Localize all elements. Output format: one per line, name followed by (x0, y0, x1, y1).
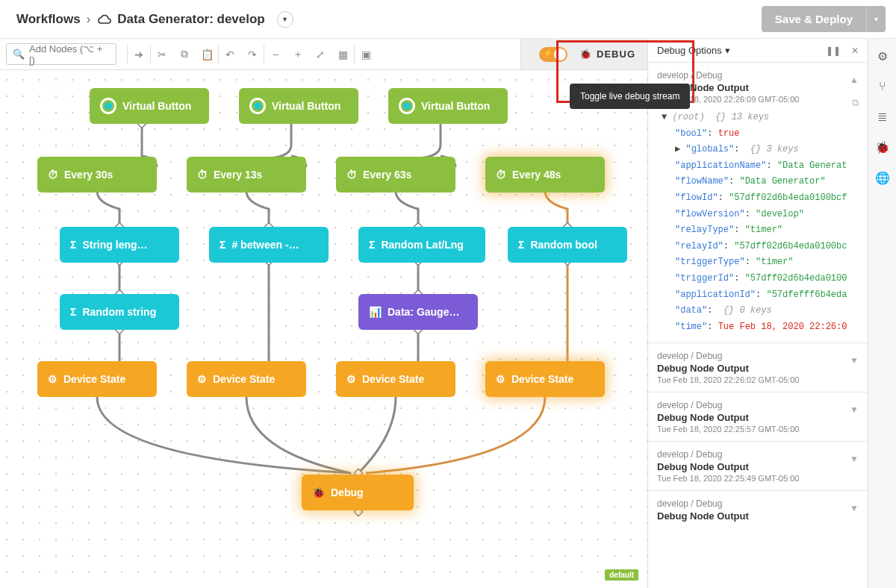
cut-icon[interactable]: ✂ (151, 39, 173, 69)
debug-entry[interactable]: develop / Debug Debug Node Output Tue Fe… (648, 343, 868, 392)
zoom-out-icon[interactable]: − (264, 39, 287, 69)
debug-tooltip: Toggle live debug stream (570, 84, 690, 109)
debug-label[interactable]: 🐞 DEBUG (579, 49, 635, 60)
node-virtual-button-2[interactable]: Virtual Button (239, 88, 358, 124)
node-data-gauge[interactable]: 📊Data: Gauge… (358, 294, 478, 330)
right-rail: ⚙ ⑂ ≣ 🐞 🌐 (868, 39, 896, 588)
breadcrumb-separator: › (87, 12, 91, 27)
node-string-length[interactable]: ΣString leng… (60, 227, 179, 263)
fit-icon[interactable]: ⤢ (309, 39, 332, 69)
debug-entry[interactable]: develop / Debug Debug Node Output Tue Fe… (648, 392, 868, 442)
debug-panel: Debug Options ▾ ❚❚ ✕ develop / Debug Deb… (647, 39, 868, 588)
node-random-bool[interactable]: ΣRandom bool (508, 227, 627, 263)
sigma-icon: Σ (369, 239, 375, 251)
timer-icon: ⏱ (197, 169, 208, 181)
chevron-down-icon: ▾ (725, 45, 730, 56)
json-tree[interactable]: ▼ (root) {} 13 keys "bool": true ▶ "glob… (657, 110, 859, 335)
node-device-state-2[interactable]: ⚙Device State (187, 361, 306, 397)
collapse-icon[interactable]: ▲ (850, 75, 859, 85)
debug-entry[interactable]: develop / Debug Debug Node Output ▼ (648, 491, 868, 529)
gear-icon: ⚙ (48, 373, 57, 385)
add-nodes-input[interactable]: 🔍 Add Nodes (⌥ + [) (6, 43, 116, 65)
close-icon[interactable]: ✕ (851, 46, 859, 56)
gear-icon[interactable]: ⚙ (877, 49, 888, 63)
save-deploy-button[interactable]: Save & Deploy (762, 6, 866, 32)
database-icon[interactable]: ≣ (877, 110, 887, 124)
node-number-between[interactable]: Σ# between -… (209, 227, 329, 263)
expand-icon[interactable]: ▼ (850, 355, 859, 366)
gear-icon: ⚙ (496, 373, 505, 385)
node-device-state-3[interactable]: ⚙Device State (336, 361, 455, 397)
expand-icon[interactable]: ▼ (850, 454, 859, 464)
bug-icon: 🐞 (579, 49, 592, 60)
debug-toggle[interactable]: ⚡ (539, 47, 567, 62)
debug-toggle-area: ⚡ 🐞 DEBUG (520, 39, 647, 69)
sigma-icon: Σ (220, 239, 225, 251)
node-timer-13s[interactable]: ⏱Every 13s (187, 157, 306, 193)
breadcrumb-root[interactable]: Workflows (16, 12, 81, 27)
expand-icon[interactable]: ▼ (850, 503, 859, 513)
sigma-icon: Σ (518, 239, 524, 251)
timer-icon: ⏱ (48, 169, 58, 181)
timer-icon: ⏱ (346, 169, 357, 181)
run-icon[interactable]: ➔ (128, 39, 150, 69)
save-deploy-dropdown[interactable]: ▾ (866, 6, 886, 32)
node-timer-30s[interactable]: ⏱Every 30s (37, 157, 157, 193)
node-virtual-button-1[interactable]: Virtual Button (90, 88, 209, 124)
add-icon[interactable]: ▣ (355, 39, 377, 69)
copy-json-icon[interactable]: ⧉ (852, 97, 859, 109)
sigma-icon: Σ (70, 239, 76, 251)
debug-options-dropdown[interactable]: Debug Options ▾ (657, 45, 730, 56)
save-deploy-group: Save & Deploy ▾ (762, 6, 886, 32)
chart-icon: 📊 (369, 306, 382, 318)
trigger-icon (399, 98, 415, 114)
search-icon: 🔍 (13, 49, 25, 60)
timer-icon: ⏱ (496, 169, 506, 181)
debug-entry[interactable]: develop / Debug Debug Node Output Tue Fe… (648, 442, 868, 491)
zoom-in-icon[interactable]: ＋ (287, 39, 309, 69)
redo-icon[interactable]: ↷ (241, 39, 264, 69)
header: Workflows › Data Generator: develop ▾ Sa… (0, 0, 896, 39)
toolbar: 🔍 Add Nodes (⌥ + [) ➔ ✂ ⧉ 📋 ↶ ↷ − ＋ ⤢ ▦ … (0, 39, 647, 70)
globe-icon[interactable]: 🌐 (875, 171, 890, 185)
pause-icon[interactable]: ❚❚ (826, 46, 841, 56)
undo-icon[interactable]: ↶ (219, 39, 241, 69)
paste-icon[interactable]: 📋 (196, 39, 218, 69)
breadcrumb-dropdown[interactable]: ▾ (277, 11, 293, 28)
node-device-state-4[interactable]: ⚙Device State (485, 361, 605, 397)
grid-icon[interactable]: ▦ (332, 39, 354, 69)
node-random-string[interactable]: ΣRandom string (60, 294, 179, 330)
node-debug[interactable]: 🐞Debug (302, 475, 414, 510)
breadcrumb: Workflows › Data Generator: develop ▾ (16, 11, 293, 28)
trigger-icon (249, 98, 266, 114)
node-timer-48s[interactable]: ⏱Every 48s (485, 157, 605, 193)
add-nodes-label: Add Nodes (⌥ + [) (29, 43, 110, 66)
node-virtual-button-3[interactable]: Virtual Button (388, 88, 508, 124)
bug-icon: 🐞 (312, 487, 325, 498)
gear-icon: ⚙ (346, 373, 356, 385)
node-timer-63s[interactable]: ⏱Every 63s (336, 157, 455, 193)
bug-icon[interactable]: 🐞 (875, 140, 890, 154)
sigma-icon: Σ (70, 306, 76, 318)
node-random-latlng[interactable]: ΣRandom Lat/Lng (358, 227, 485, 263)
node-device-state-1[interactable]: ⚙Device State (37, 361, 157, 397)
expand-icon[interactable]: ▼ (850, 404, 859, 415)
cloud-icon (96, 14, 111, 25)
gear-icon: ⚙ (197, 373, 207, 385)
workflow-canvas[interactable]: Virtual Button Virtual Button Virtual Bu… (0, 70, 647, 588)
breadcrumb-title[interactable]: Data Generator: develop (117, 12, 264, 27)
branch-icon[interactable]: ⑂ (879, 80, 886, 93)
trigger-icon (100, 98, 116, 114)
copy-icon[interactable]: ⧉ (173, 39, 196, 69)
default-badge: default (605, 569, 638, 581)
